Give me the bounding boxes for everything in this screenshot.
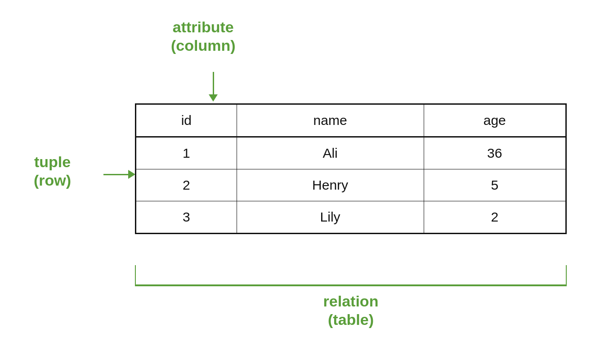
table-row: 2Henry5 (136, 169, 566, 201)
attribute-label: attribute (column) (171, 18, 236, 55)
tuple-label-line1: tuple (34, 153, 71, 170)
cell-r0-c2: 36 (424, 137, 566, 169)
cell-r1-c0: 2 (136, 169, 237, 201)
tuple-arrow-right (103, 170, 135, 179)
col-header-id: id (136, 104, 237, 137)
relation-label-line1: relation (323, 293, 379, 310)
arrow-right-line (103, 174, 128, 175)
cell-r1-c1: Henry (237, 169, 424, 201)
table-row: 1Ali36 (136, 137, 566, 169)
cell-r0-c1: Ali (237, 137, 424, 169)
attribute-label-line1: attribute (173, 18, 234, 36)
tuple-label: tuple (row) (34, 153, 71, 190)
relation-label-line2: (table) (328, 311, 374, 328)
attribute-arrow-down (209, 72, 218, 102)
cell-r2-c2: 2 (424, 201, 566, 234)
arrow-down-head (209, 94, 218, 102)
cell-r2-c1: Lily (237, 201, 424, 234)
arrow-right-head (128, 170, 135, 179)
relation-bracket-container: relation (table) (135, 265, 567, 329)
tuple-label-line2: (row) (34, 172, 71, 189)
attribute-label-line2: (column) (171, 37, 236, 54)
cell-r1-c2: 5 (424, 169, 566, 201)
cell-r2-c0: 3 (136, 201, 237, 234)
cell-r0-c0: 1 (136, 137, 237, 169)
relation-table-wrapper: id name age 1Ali362Henry53Lily2 (135, 103, 567, 234)
relation-label: relation (table) (323, 292, 379, 329)
relation-table: id name age 1Ali362Henry53Lily2 (135, 103, 567, 234)
table-row: 3Lily2 (136, 201, 566, 234)
bracket-svg (135, 265, 567, 288)
diagram: attribute (column) tuple (row) id name a… (0, 0, 609, 364)
arrow-down-line (213, 72, 214, 94)
table-header-row: id name age (136, 104, 566, 137)
col-header-age: age (424, 104, 566, 137)
col-header-name: name (237, 104, 424, 137)
